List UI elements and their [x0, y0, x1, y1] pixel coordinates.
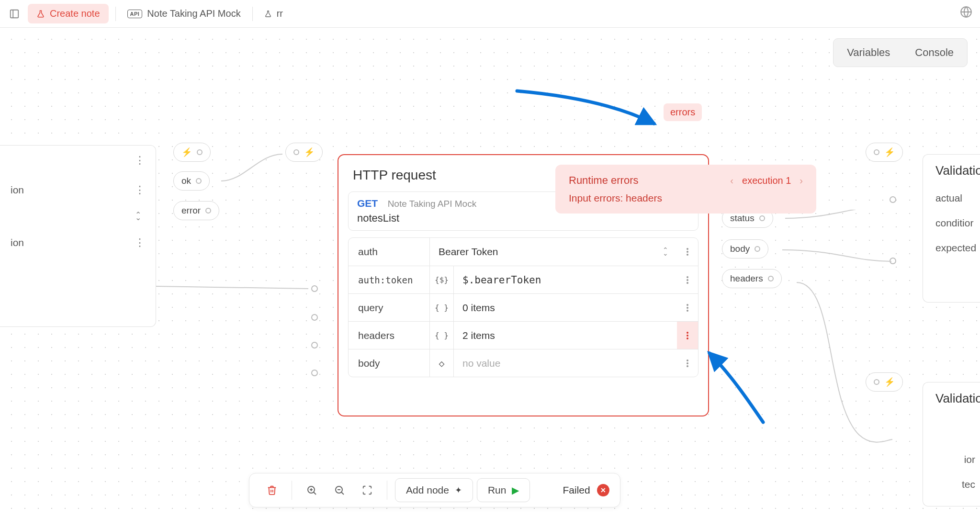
breadcrumb-separator [252, 7, 253, 21]
validation-node[interactable]: Validatio ior tec [923, 382, 980, 506]
param-value[interactable]: no value [454, 358, 677, 369]
api-badge-icon: API [127, 10, 143, 18]
chip-label: body [730, 244, 750, 254]
param-more-icon[interactable] [677, 349, 698, 377]
add-node-button[interactable]: Add node ✦ [395, 478, 473, 502]
create-note-button[interactable]: Create note [28, 4, 109, 23]
runtime-errors-panel: Runtime errors ‹ execution 1 › Input err… [555, 165, 816, 214]
failed-icon: ✕ [597, 484, 609, 496]
param-more-icon[interactable] [677, 322, 698, 349]
flask-icon [36, 9, 45, 19]
port-in[interactable] [293, 149, 299, 155]
chevron-left-icon[interactable]: ‹ [730, 175, 733, 186]
node-chip-trigger[interactable]: ⚡ [173, 143, 211, 162]
select-indicator-icon[interactable]: ⌃⌄ [663, 248, 668, 255]
port-in[interactable] [311, 370, 318, 376]
breadcrumb-scenario[interactable]: rr [259, 5, 288, 22]
chip-label: ok [181, 176, 191, 186]
port-out[interactable] [768, 276, 774, 281]
breadcrumb-api-label: Note Taking API Mock [147, 8, 240, 19]
port-out[interactable] [205, 208, 211, 214]
separator [292, 481, 292, 500]
annotation-arrow [514, 87, 663, 135]
output-chip-body[interactable]: body [722, 239, 768, 258]
param-label: body [349, 349, 430, 377]
bolt-icon: ⚡ [304, 147, 315, 157]
port-out[interactable] [755, 246, 760, 252]
param-value[interactable]: Bearer Token [439, 246, 498, 258]
fit-view-icon[interactable] [355, 478, 379, 502]
param-label: actual [935, 186, 980, 211]
tab-console[interactable]: Console [903, 41, 965, 65]
separator [387, 481, 387, 500]
validation-node[interactable]: Validatio actual conditior expected [923, 154, 980, 303]
breadcrumb-api[interactable]: API Note Taking API Mock [123, 5, 246, 22]
param-label: query [349, 294, 430, 321]
more-icon[interactable]: ⋮ [135, 236, 145, 249]
param-label: expected [935, 236, 980, 260]
param-type-icon: { } [430, 294, 454, 321]
tab-variables[interactable]: Variables [835, 41, 901, 65]
errors-badge: errors [664, 103, 702, 121]
chevron-right-icon[interactable]: › [800, 175, 803, 186]
param-type-icon: { } [430, 322, 454, 349]
param-row-auth: auth Bearer Token ⌃⌄ [349, 238, 698, 266]
left-row-label: ion [11, 237, 24, 248]
bolt-icon: ⚡ [181, 147, 192, 157]
port-in[interactable] [890, 196, 896, 203]
param-type-icon: ◇ [430, 349, 454, 377]
more-icon[interactable]: ⋮ [135, 184, 145, 196]
run-button[interactable]: Run ▶ [477, 478, 530, 502]
zoom-in-icon[interactable] [300, 478, 324, 502]
param-label: tec [935, 472, 980, 497]
chip-label: error [181, 205, 201, 216]
globe-icon[interactable] [960, 6, 972, 22]
runtime-message: Input errors: headers [569, 192, 803, 204]
left-node-panel: ⋮ ion ⋮ ⌃⌄ ion ⋮ [0, 145, 156, 327]
svg-line-5 [314, 492, 316, 495]
runtime-title: Runtime errors [569, 174, 638, 187]
param-value[interactable]: 0 items [454, 302, 677, 314]
svg-line-9 [341, 492, 344, 495]
chip-label: status [730, 213, 755, 224]
param-label: headers [349, 322, 430, 349]
param-value[interactable]: 2 items [454, 330, 677, 341]
port-in[interactable] [311, 314, 318, 321]
port-out[interactable] [196, 178, 202, 184]
param-more-icon[interactable] [677, 266, 698, 293]
port-out[interactable] [759, 215, 765, 221]
select-indicator-icon[interactable]: ⌃⌄ [135, 214, 141, 219]
more-icon[interactable]: ⋮ [135, 154, 145, 167]
port-out[interactable] [197, 149, 203, 155]
param-row-body: body ◇ no value [349, 349, 698, 377]
param-label: conditior [935, 211, 980, 236]
left-row-label: ion [11, 184, 24, 196]
param-row-headers: headers { } 2 items [349, 321, 698, 349]
http-operation: notesList [357, 212, 689, 225]
param-value[interactable]: $.bearerToken [454, 274, 677, 286]
zoom-out-icon[interactable] [327, 478, 351, 502]
param-row-auth-token: auth:token {$} $.bearerToken [349, 266, 698, 293]
node-title: Validatio [935, 391, 980, 406]
param-label: auth:token [349, 266, 430, 293]
node-chip-error[interactable]: error [173, 201, 219, 220]
param-table: auth Bearer Token ⌃⌄ auth:token {$} $.be… [348, 237, 698, 377]
create-note-label: Create note [50, 8, 100, 19]
add-node-label: Add node [406, 484, 449, 496]
status-label: Failed [563, 484, 590, 496]
port-in[interactable] [874, 149, 879, 155]
node-title: Validatio [935, 163, 980, 178]
output-chip-headers[interactable]: headers [722, 269, 782, 288]
diamond-plus-icon: ✦ [455, 485, 462, 495]
http-method: GET [357, 198, 378, 209]
param-more-icon[interactable] [677, 238, 698, 266]
port-in[interactable] [311, 342, 318, 348]
sidebar-toggle-icon[interactable] [8, 7, 21, 21]
trash-icon[interactable] [260, 478, 284, 502]
http-api-name: Note Taking API Mock [388, 199, 477, 209]
bolt-icon: ⚡ [884, 147, 895, 157]
param-more-icon[interactable] [677, 294, 698, 321]
node-chip-trigger-in[interactable]: ⚡ [866, 143, 903, 162]
node-chip-ok[interactable]: ok [173, 171, 210, 191]
param-row-query: query { } 0 items [349, 293, 698, 321]
